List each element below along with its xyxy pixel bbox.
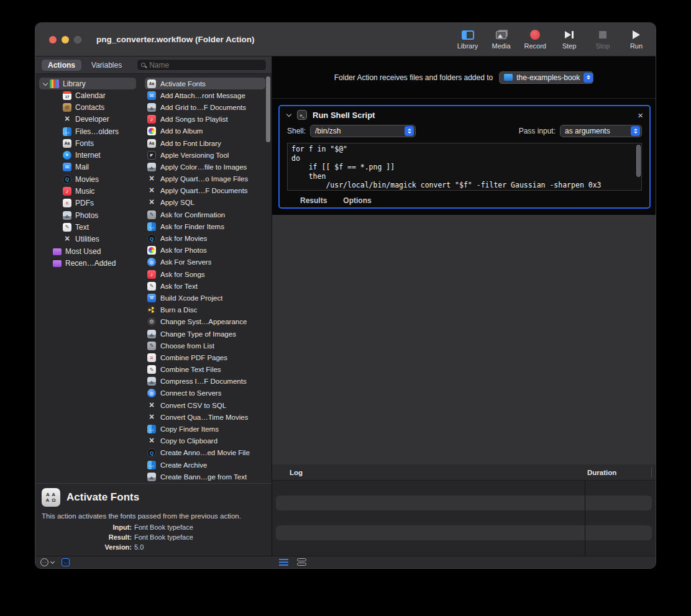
description-text: This action activates the fonts passed f… bbox=[35, 507, 272, 520]
music-icon bbox=[147, 115, 156, 124]
folder-select-popup[interactable]: the-examples-book bbox=[499, 71, 593, 84]
toolbar-step-button[interactable]: Step bbox=[559, 29, 580, 50]
category-tree: Library CalendarContactsDeveloperFiles…o… bbox=[35, 74, 142, 483]
tree-item-calendar[interactable]: Calendar bbox=[35, 89, 142, 101]
chevron-down-icon[interactable] bbox=[50, 559, 55, 564]
action-item[interactable]: Combine PDF Pages bbox=[145, 351, 265, 363]
tree-item-most-used[interactable]: Most Used bbox=[35, 245, 142, 257]
action-item[interactable]: Connect to Servers bbox=[145, 387, 265, 399]
action-item[interactable]: Ask for Text bbox=[145, 280, 265, 292]
popup-chevrons-icon bbox=[631, 126, 640, 136]
tab-actions[interactable]: Actions bbox=[42, 60, 81, 71]
search-input[interactable] bbox=[149, 61, 262, 70]
action-item[interactable]: Copy to Clipboard bbox=[145, 435, 265, 447]
action-item[interactable]: Combine Text Files bbox=[145, 364, 265, 376]
tree-item-internet[interactable]: Internet bbox=[35, 149, 142, 161]
action-item[interactable]: Add Grid to…F Documents bbox=[145, 101, 265, 113]
log-list-view-icon[interactable] bbox=[279, 559, 288, 566]
action-item[interactable]: Ask for Songs bbox=[145, 268, 265, 280]
action-item[interactable]: Apply Quart…F Documents bbox=[145, 185, 265, 197]
minimize-window-button[interactable] bbox=[62, 36, 69, 43]
action-item-label: Copy to Clipboard bbox=[160, 437, 217, 445]
shell-popup[interactable]: /bin/zsh bbox=[310, 125, 416, 137]
zoom-window-button[interactable] bbox=[74, 36, 81, 43]
close-action-icon[interactable]: × bbox=[638, 111, 643, 120]
results-link[interactable]: Results bbox=[300, 196, 327, 205]
tree-item-music[interactable]: Music bbox=[35, 185, 142, 197]
toolbar-record-button[interactable]: Record bbox=[524, 29, 546, 50]
action-item[interactable]: Add to Font Library bbox=[145, 137, 265, 149]
tree-item-utilities[interactable]: Utilities bbox=[35, 233, 142, 245]
action-item[interactable]: Create Book bbox=[145, 482, 265, 483]
tree-item-movies[interactable]: Movies bbox=[35, 173, 142, 185]
chevron-down-icon[interactable] bbox=[43, 80, 48, 85]
utilities-icon bbox=[147, 413, 156, 422]
action-item[interactable]: Compress I…F Documents bbox=[145, 376, 265, 387]
tree-item-mail[interactable]: Mail bbox=[35, 161, 142, 173]
action-item[interactable]: Create Archive bbox=[145, 459, 265, 471]
tree-item-label: Contacts bbox=[75, 103, 104, 112]
action-item[interactable]: Add Songs to Playlist bbox=[145, 114, 265, 125]
action-item[interactable]: Apple Versioning Tool bbox=[145, 149, 265, 161]
action-item[interactable]: Ask for Movies bbox=[145, 232, 265, 244]
action-item[interactable]: Apply SQL bbox=[145, 197, 265, 209]
log-row bbox=[276, 496, 652, 510]
action-item[interactable]: Copy Finder Items bbox=[145, 423, 265, 435]
tree-item-photos[interactable]: Photos bbox=[35, 209, 142, 221]
action-item[interactable]: Convert CSV to SQL bbox=[145, 399, 265, 411]
toolbar-media-button[interactable]: Media bbox=[491, 29, 512, 50]
actions-scrollbar[interactable] bbox=[266, 76, 270, 142]
action-item[interactable]: Ask for Confirmation bbox=[145, 209, 265, 220]
duration-column-header: Duration bbox=[587, 469, 616, 476]
action-item[interactable]: Change Type of Images bbox=[145, 328, 265, 340]
tree-item-label: Developer bbox=[75, 115, 109, 124]
action-item[interactable]: Ask For Servers bbox=[145, 256, 265, 268]
close-window-button[interactable] bbox=[49, 36, 57, 43]
action-item[interactable]: Build Xcode Project bbox=[145, 292, 265, 304]
action-item[interactable]: Convert Qua…Time Movies bbox=[145, 411, 265, 423]
action-item[interactable]: Apply Color…file to Images bbox=[145, 161, 265, 173]
action-item[interactable]: Change Syst…Appearance bbox=[145, 316, 265, 328]
action-item-label: Add to Album bbox=[160, 127, 203, 135]
tree-item-fonts[interactable]: Fonts bbox=[35, 137, 142, 149]
action-item[interactable]: Ask for Photos bbox=[145, 245, 265, 256]
tree-item-pdfs[interactable]: PDFs bbox=[35, 197, 142, 209]
disclosure-chevron-icon[interactable] bbox=[286, 112, 291, 117]
code-scrollbar[interactable] bbox=[636, 145, 641, 177]
tree-item-library[interactable]: Library bbox=[39, 78, 136, 89]
action-item[interactable]: Create Anno…ed Movie File bbox=[145, 447, 265, 459]
toolbar-run-button[interactable]: Run bbox=[626, 29, 647, 50]
tree-item-text[interactable]: Text bbox=[35, 221, 142, 233]
action-item[interactable]: Ask for Finder Items bbox=[145, 220, 265, 232]
search-icon bbox=[141, 63, 145, 67]
action-item[interactable]: Burn a Disc bbox=[145, 304, 265, 316]
options-link[interactable]: Options bbox=[343, 196, 371, 205]
media-browser-icon[interactable] bbox=[62, 558, 70, 566]
action-item[interactable]: Add to Album bbox=[145, 125, 265, 137]
fontbook-icon bbox=[147, 79, 156, 88]
action-item[interactable]: Create Bann…ge from Text bbox=[145, 471, 265, 482]
tab-variables[interactable]: Variables bbox=[85, 60, 128, 71]
search-field[interactable] bbox=[137, 59, 267, 71]
preview-icon bbox=[63, 211, 71, 220]
action-item[interactable]: Add Attach…ront Message bbox=[145, 89, 265, 101]
action-item-label: Convert CSV to SQL bbox=[160, 402, 226, 409]
library-tabs-row: Actions Variables bbox=[35, 57, 272, 74]
action-item[interactable]: Activate Fonts bbox=[145, 78, 265, 89]
circle-ellipsis-icon[interactable] bbox=[40, 558, 48, 566]
burn-icon bbox=[147, 306, 156, 314]
finder-icon bbox=[147, 425, 156, 433]
pass-input-popup[interactable]: as arguments bbox=[560, 125, 642, 137]
tree-item-developer[interactable]: Developer bbox=[35, 114, 142, 125]
tree-item-label: PDFs bbox=[75, 199, 94, 207]
log-grouped-view-icon[interactable] bbox=[297, 558, 306, 566]
shell-script-code[interactable]: for f in "$@" do if [[ $f == *.png ]] th… bbox=[288, 143, 641, 191]
action-item[interactable]: Apply Quart…o Image Files bbox=[145, 173, 265, 185]
tree-item-files-olders[interactable]: Files…olders bbox=[35, 125, 142, 137]
toolbar-library-button[interactable]: Library bbox=[457, 29, 478, 50]
shell-script-editor[interactable]: for f in "$@" do if [[ $f == *.png ]] th… bbox=[287, 143, 642, 191]
action-item-label: Add Attach…ront Message bbox=[160, 92, 245, 99]
action-item[interactable]: Choose from List bbox=[145, 340, 265, 351]
tree-item-contacts[interactable]: Contacts bbox=[35, 101, 142, 113]
tree-item-recen-added[interactable]: Recen…Added bbox=[35, 257, 142, 269]
